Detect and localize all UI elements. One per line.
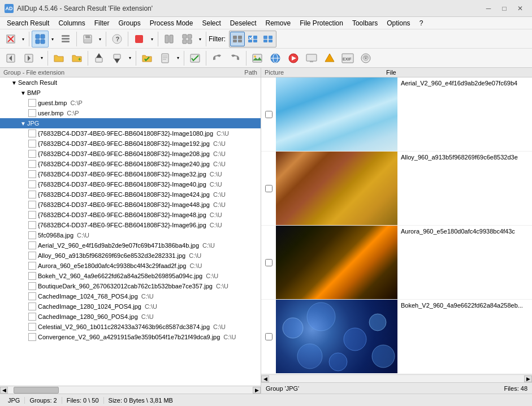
checkbox-convergence[interactable] <box>28 333 36 341</box>
delete-button[interactable] <box>2 31 19 47</box>
display-button[interactable] <box>303 50 320 67</box>
checkbox-result-aerial[interactable] <box>265 111 273 118</box>
menu-process-mode[interactable]: Process Mode <box>145 18 198 28</box>
checkbox-aurora[interactable] <box>28 262 36 270</box>
tree-item-cached3[interactable]: CachedImage_1280_960_POS4.jpg C:\U <box>0 312 261 322</box>
save-dropdown[interactable]: ▾ <box>97 31 103 47</box>
view-list-button[interactable] <box>57 31 74 47</box>
redo-button[interactable] <box>227 50 244 67</box>
checkbox-result-aurora[interactable] <box>265 259 273 266</box>
checkbox-cached1[interactable] <box>28 292 36 300</box>
checkbox-img96[interactable] <box>28 221 36 229</box>
tree-item-5fc[interactable]: 5fc0968a.jpg C:\U <box>0 230 261 240</box>
hscroll-right-arrow[interactable]: ▶ <box>253 387 261 394</box>
checkbox-5fc[interactable] <box>28 231 36 239</box>
checkbox-img40[interactable] <box>28 180 36 188</box>
tree-item-img96[interactable]: {76832BC4-DD37-4BE0-9FEC-BB6041808F32}-I… <box>0 220 261 230</box>
stop-dropdown[interactable]: ▾ <box>149 31 155 47</box>
hscroll-left-arrow[interactable]: ◀ <box>0 387 8 394</box>
tree-item-bmp[interactable]: ▼ BMP <box>0 88 261 98</box>
tree-item-bokeh[interactable]: Bokeh_V2_960_4a9e6622fd62a84a258eb269895… <box>0 271 261 281</box>
checkbox-img208[interactable] <box>28 150 36 158</box>
result-check-aurora[interactable] <box>261 226 276 299</box>
result-check-alloy[interactable] <box>261 152 276 225</box>
results-area[interactable]: Aerial_V2_960_e4f16d9ab2de9e07fc69b4 All… <box>261 77 532 374</box>
tree-item-cached1[interactable]: CachedImage_1024_768_POS4.jpg C:\U <box>0 291 261 301</box>
close-button[interactable]: ✕ <box>513 3 527 14</box>
menu-filter[interactable]: Filter <box>90 18 114 28</box>
checkbox-aerial[interactable] <box>28 241 36 249</box>
menu-groups[interactable]: Groups <box>114 18 145 28</box>
tree-item-boutique[interactable]: BoutiqueDark_960_2670632012cab762c1b532b… <box>0 281 261 291</box>
checkbox-alloy[interactable] <box>28 252 36 260</box>
tree-item-alloy[interactable]: Alloy_960_a913b5f968269f69c6e8532d3e2823… <box>0 250 261 261</box>
menu-help[interactable]: ? <box>415 18 428 28</box>
audio-button[interactable] <box>357 50 374 67</box>
checkbox-celestial[interactable] <box>28 323 36 331</box>
menu-options[interactable]: Options <box>382 18 414 28</box>
menu-search-result[interactable]: Search Result <box>2 18 54 28</box>
tree-item-img424[interactable]: {76832BC4-DD37-4BE0-9FEC-BB6041808F32}-I… <box>0 189 261 200</box>
tree-item-img448[interactable]: {76832BC4-DD37-4BE0-9FEC-BB6041808F32}-I… <box>0 200 261 210</box>
checkbox-boutique[interactable] <box>28 282 36 290</box>
checkbox-cached2[interactable] <box>28 303 36 310</box>
exif-button[interactable]: EXIF <box>339 50 356 67</box>
undo-button[interactable] <box>209 50 226 67</box>
tree-item-img40[interactable]: {76832BC4-DD37-4BE0-9FEC-BB6041808F32}-I… <box>0 179 261 189</box>
checkbox-img424[interactable] <box>28 191 36 198</box>
maximize-button[interactable]: □ <box>497 3 512 14</box>
nav-dropdown[interactable]: ▾ <box>38 50 45 67</box>
tree-item-search-result[interactable]: ▼ Search Result <box>0 77 261 88</box>
right-hscroll[interactable]: ◀ ▶ <box>261 374 532 382</box>
checkbox-img448[interactable] <box>28 201 36 209</box>
nav-back-button[interactable] <box>2 50 19 67</box>
minimize-button[interactable]: ─ <box>481 3 496 14</box>
vlc-button[interactable] <box>321 50 338 67</box>
save-button[interactable]: LOG <box>79 31 96 47</box>
file-dropdown[interactable]: ▾ <box>175 50 181 67</box>
checkbox-user-bmp[interactable] <box>28 109 36 117</box>
tree-item-img208[interactable]: {76832BC4-DD37-4BE0-9FEC-BB6041808F32}-I… <box>0 149 261 159</box>
tree-item-img192[interactable]: {76832BC4-DD37-4BE0-9FEC-BB6041808F32}-I… <box>0 139 261 149</box>
checkbox-img192[interactable] <box>28 140 36 148</box>
export-down-button[interactable] <box>109 50 126 67</box>
menu-deselect[interactable]: Deselect <box>226 18 261 28</box>
menu-select[interactable]: Select <box>197 18 225 28</box>
right-hscroll-track[interactable] <box>269 375 524 382</box>
filter-checked-button[interactable] <box>245 32 260 46</box>
folder-check-button[interactable] <box>139 50 155 67</box>
delete-dropdown[interactable]: ▾ <box>20 31 27 47</box>
help-button[interactable]: ? <box>109 31 126 47</box>
tree-item-img1080[interactable]: {76832BC4-DD37-4BE0-9FEC-BB6041808F32}-I… <box>0 128 261 139</box>
checkbox-cached3[interactable] <box>28 313 36 321</box>
menu-toolbars[interactable]: Toolbars <box>348 18 382 28</box>
tree-item-cached2[interactable]: CachedImage_1280_1024_POS4.jpg C:\U <box>0 301 261 312</box>
web-button[interactable] <box>267 50 284 67</box>
tree-item-guest-bmp[interactable]: guest.bmp C:\P <box>0 98 261 108</box>
stop-button[interactable] <box>131 31 148 47</box>
filter-unchecked-button[interactable] <box>261 32 275 46</box>
export-dropdown[interactable]: ▾ <box>127 50 133 67</box>
view-thumbnails-button[interactable] <box>32 31 49 47</box>
checkbox-img240[interactable] <box>28 160 36 168</box>
tree-area[interactable]: ▼ Search Result ▼ BMP guest.bmp C:\P <box>0 77 261 386</box>
nav-forward-button[interactable] <box>20 50 37 67</box>
result-check-aerial[interactable] <box>261 77 276 151</box>
view-dropdown[interactable]: ▾ <box>49 31 56 47</box>
right-hscroll-left[interactable]: ◀ <box>261 375 269 382</box>
tree-item-img48[interactable]: {76832BC4-DD37-4BE0-9FEC-BB6041808F32}-I… <box>0 210 261 220</box>
tree-item-celestial[interactable]: Celestial_V2_960_1b011c282433a37463b96c8… <box>0 322 261 332</box>
filter-all-button[interactable] <box>230 32 245 46</box>
menu-columns[interactable]: Columns <box>54 18 89 28</box>
menu-remove[interactable]: Remove <box>261 18 296 28</box>
media-button[interactable] <box>285 50 302 67</box>
checkbox-img32[interactable] <box>28 170 36 178</box>
check-all-button[interactable] <box>187 50 204 67</box>
folder-open-button[interactable] <box>50 50 67 67</box>
hscroll-thumb[interactable] <box>14 387 59 394</box>
image-button[interactable] <box>249 50 266 67</box>
file-button[interactable] <box>157 50 174 67</box>
checkbox-result-bokeh[interactable] <box>265 333 273 340</box>
groups-dropdown[interactable]: ▾ <box>197 31 204 47</box>
tree-item-aurora[interactable]: Aurora_960_e5e180d0afc4c9938bc4f43c29faa… <box>0 261 261 271</box>
